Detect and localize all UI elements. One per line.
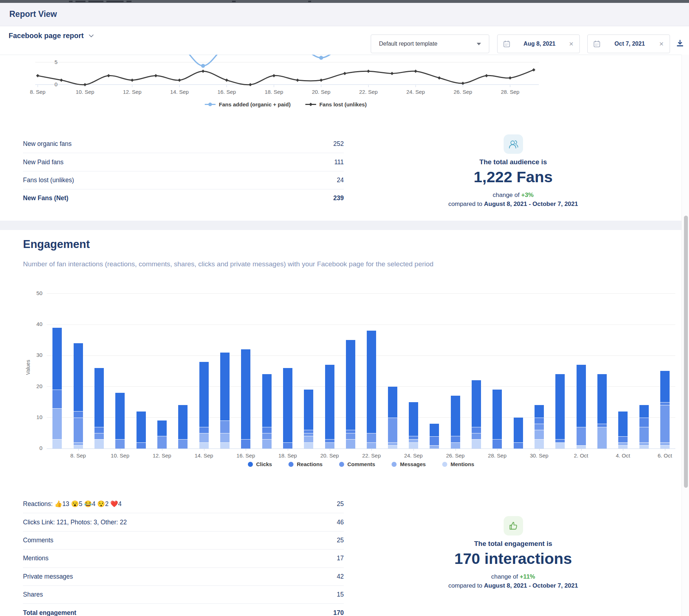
- bar[interactable]: [555, 374, 565, 449]
- bar-segment: [555, 442, 565, 449]
- report-template-select[interactable]: Default report template: [371, 35, 489, 53]
- point-marker[interactable]: [249, 83, 252, 86]
- bar-segment: [94, 427, 104, 433]
- legend-item[interactable]: Messages: [392, 461, 426, 467]
- bar-segment: [535, 405, 544, 418]
- clear-date-from-icon[interactable]: ✕: [569, 41, 574, 47]
- legend-dot-icon: [442, 462, 447, 467]
- bar-segment: [304, 442, 313, 449]
- axis-label: 28. Sep: [494, 89, 526, 95]
- bar[interactable]: [220, 353, 230, 449]
- point-marker[interactable]: [202, 70, 205, 73]
- bar[interactable]: [451, 396, 460, 449]
- diamond-marker-icon: [305, 102, 316, 107]
- bar[interactable]: [597, 374, 607, 449]
- point-marker[interactable]: [485, 74, 488, 77]
- bar[interactable]: [388, 387, 397, 449]
- point-marker[interactable]: [343, 72, 346, 75]
- legend-item[interactable]: Comments: [339, 461, 375, 467]
- bar[interactable]: [660, 371, 670, 449]
- bar[interactable]: [618, 412, 628, 449]
- point-marker[interactable]: [508, 76, 512, 79]
- scrollbar-thumb[interactable]: [684, 216, 688, 488]
- bar[interactable]: [157, 420, 167, 449]
- bar-segment: [409, 402, 418, 436]
- bar[interactable]: [577, 365, 586, 449]
- point-marker[interactable]: [83, 83, 87, 86]
- legend-item[interactable]: Fans added (organic + paid): [204, 101, 291, 107]
- calendar-icon: [593, 40, 600, 47]
- gridline: [47, 293, 675, 294]
- clear-date-to-icon[interactable]: ✕: [659, 41, 664, 47]
- bar-segment: [618, 436, 628, 442]
- point-marker[interactable]: [225, 78, 228, 82]
- point-marker[interactable]: [532, 68, 535, 72]
- point-marker[interactable]: [390, 72, 394, 75]
- legend-label: Reactions: [297, 461, 323, 467]
- bar[interactable]: [409, 402, 418, 449]
- date-from-picker[interactable]: Aug 8, 2021 ✕: [497, 35, 580, 53]
- bar[interactable]: [178, 405, 188, 449]
- bar[interactable]: [430, 424, 439, 449]
- gridline: [47, 325, 675, 325]
- bar[interactable]: [199, 362, 209, 449]
- bar[interactable]: [52, 328, 62, 449]
- bar[interactable]: [137, 412, 146, 449]
- axis-label: 16. Sep: [211, 89, 243, 95]
- legend-item[interactable]: Mentions: [442, 461, 474, 467]
- date-to-value: Oct 7, 2021: [615, 41, 645, 47]
- point-marker[interactable]: [272, 74, 276, 77]
- bar-segment: [597, 374, 607, 424]
- point-marker[interactable]: [107, 74, 110, 77]
- point-marker[interactable]: [438, 76, 441, 79]
- point-marker[interactable]: [36, 74, 39, 77]
- point-marker[interactable]: [201, 64, 205, 68]
- bar-segment: [52, 439, 62, 449]
- point-marker[interactable]: [130, 78, 134, 82]
- bar[interactable]: [493, 390, 502, 449]
- point-marker[interactable]: [461, 82, 464, 85]
- bar[interactable]: [74, 343, 83, 449]
- bar[interactable]: [472, 380, 481, 449]
- point-marker[interactable]: [296, 78, 299, 82]
- download-report-button[interactable]: [675, 39, 685, 50]
- bar[interactable]: [514, 418, 523, 449]
- bar[interactable]: [346, 340, 355, 449]
- window-top-remnant: [126, 1, 131, 2]
- point-marker[interactable]: [178, 78, 181, 82]
- bar[interactable]: [283, 368, 292, 449]
- bar[interactable]: [115, 393, 125, 449]
- bar[interactable]: [325, 365, 334, 449]
- point-marker[interactable]: [60, 78, 63, 82]
- point-marker[interactable]: [319, 78, 323, 82]
- bar[interactable]: [94, 368, 104, 449]
- axis-label: 0: [25, 445, 42, 451]
- bar[interactable]: [262, 374, 272, 449]
- bar[interactable]: [535, 405, 544, 449]
- table-row: New Fans (Net)239: [23, 189, 344, 207]
- bar-segment: [74, 445, 83, 449]
- point-marker[interactable]: [414, 70, 417, 73]
- point-marker[interactable]: [154, 74, 157, 77]
- point-marker[interactable]: [367, 70, 370, 73]
- bar[interactable]: [639, 405, 649, 449]
- report-name-dropdown[interactable]: Facebook page report: [9, 32, 94, 40]
- date-to-picker[interactable]: Oct 7, 2021 ✕: [587, 35, 670, 53]
- legend-item[interactable]: Clicks: [248, 461, 272, 467]
- bar[interactable]: [304, 390, 313, 449]
- axis-label: 26. Sep: [447, 89, 479, 95]
- summary-compare: compared to August 8, 2021 - October 7, …: [415, 582, 611, 589]
- axis-label: 20: [25, 383, 42, 389]
- bar-segment: [639, 405, 649, 418]
- bar-segment: [74, 411, 83, 417]
- bar-segment: [262, 439, 272, 449]
- engagement-section-title: Engagement: [23, 238, 90, 251]
- bar[interactable]: [241, 349, 250, 449]
- window-top-remnant: [75, 1, 85, 2]
- legend-item[interactable]: Fans lost (unlikes): [305, 101, 367, 107]
- axis-label: 12. Sep: [116, 89, 148, 95]
- bar[interactable]: [367, 331, 376, 449]
- change-value: +11%: [520, 573, 535, 580]
- point-marker[interactable]: [319, 56, 323, 60]
- legend-item[interactable]: Reactions: [288, 461, 323, 467]
